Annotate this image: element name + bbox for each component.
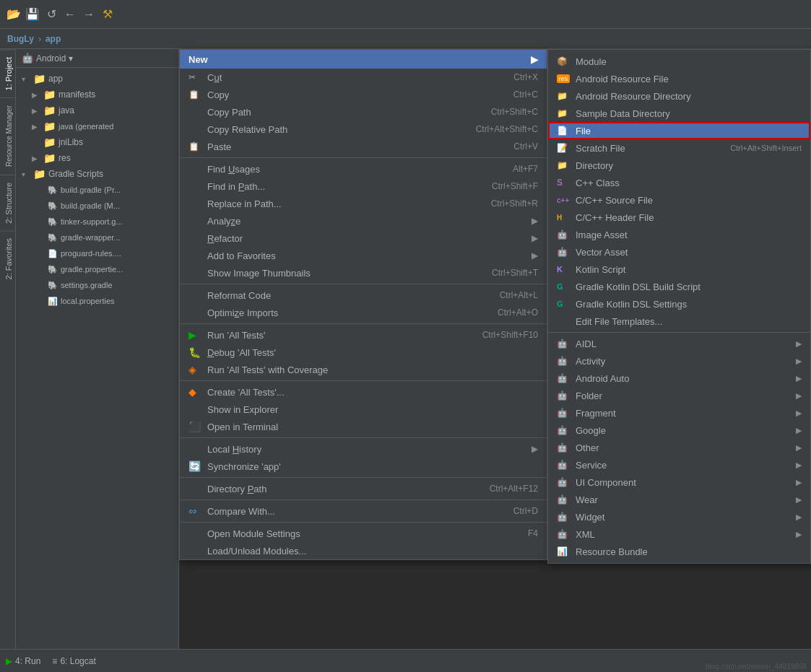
new-submenu-gradle-kotlin-build[interactable]: G Gradle Kotlin DSL Build Script	[548, 278, 810, 295]
new-submenu-directory[interactable]: 📁 Directory	[548, 157, 810, 174]
create-icon: ◆	[188, 386, 201, 398]
new-submenu-vector-asset[interactable]: 🤖 Vector Asset	[548, 243, 810, 261]
tree-item-gradle-scripts[interactable]: ▾ 📁 Gradle Scripts	[16, 166, 178, 182]
android-auto-arrow: ▶	[796, 374, 802, 383]
tree-label: gradle-wrapper...	[61, 233, 121, 242]
context-menu-paste[interactable]: 📋 Paste Ctrl+V	[180, 138, 547, 155]
tree-label: app	[48, 74, 63, 84]
context-menu-new[interactable]: New ▶	[180, 50, 547, 69]
context-menu-reformat[interactable]: Reformat Code Ctrl+Alt+L	[180, 287, 547, 304]
add-favorites-label: Add to Favorites	[207, 250, 276, 261]
tree-item-local-props[interactable]: 📊 local.properties	[16, 293, 178, 309]
context-menu-copy[interactable]: 📋 Copy Ctrl+C	[180, 86, 547, 103]
new-submenu-scratch[interactable]: 📝 Scratch File Ctrl+Alt+Shift+Insert	[548, 139, 810, 157]
new-submenu-cpp-class[interactable]: S C++ Class	[548, 174, 810, 191]
context-menu-refactor[interactable]: Refactor ▶	[180, 230, 547, 247]
copy-path-label: Copy Path	[207, 107, 251, 118]
new-submenu-image-asset[interactable]: 🤖 Image Asset	[548, 226, 810, 243]
context-menu-thumbnails[interactable]: Show Image Thumbnails Ctrl+Shift+T	[180, 264, 547, 282]
tab-resource-manager[interactable]: Resource Manager	[0, 97, 15, 174]
context-menu-find-usages[interactable]: Find Usages Alt+F7	[180, 160, 547, 178]
new-submenu-module[interactable]: 📦 Module	[548, 53, 810, 70]
context-menu-replace-in-path[interactable]: Replace in Path... Ctrl+Shift+R	[180, 195, 547, 212]
new-submenu-android-res-file[interactable]: res Android Resource File	[548, 70, 810, 87]
toolbar-icon-build[interactable]: ⚒	[100, 6, 116, 22]
context-menu-optimize[interactable]: Optimize Imports Ctrl+Alt+O	[180, 304, 547, 321]
toolbar-icon-save[interactable]: 💾	[25, 6, 40, 22]
context-menu-module-settings[interactable]: Open Module Settings F4	[180, 525, 547, 542]
tree-item-res[interactable]: ▶ 📁 res	[16, 150, 178, 166]
context-menu-analyze[interactable]: Analyze ▶	[180, 212, 547, 230]
tree-item-settings-gradle[interactable]: 🐘 settings.gradle	[16, 277, 178, 293]
new-submenu-kotlin-script[interactable]: K Kotlin Script	[548, 261, 810, 278]
new-submenu-resource-bundle[interactable]: 📊 Resource Bundle	[548, 543, 810, 560]
cpp-src-icon: c++	[557, 196, 570, 204]
toolbar-icon-refresh[interactable]: ↺	[43, 6, 59, 22]
context-menu-add-favorites[interactable]: Add to Favorites ▶	[180, 247, 547, 264]
new-submenu-widget[interactable]: 🤖 Widget ▶	[548, 508, 810, 525]
new-submenu-activity[interactable]: 🤖 Activity ▶	[548, 352, 810, 370]
new-submenu-android-auto[interactable]: 🤖 Android Auto ▶	[548, 370, 810, 387]
context-menu-cut[interactable]: ✂ Cut Ctrl+X	[180, 69, 547, 86]
new-submenu-edit-templates[interactable]: Edit File Templates...	[548, 313, 810, 330]
tree-item-build-gradle-m[interactable]: 🐘 build.gradle (M...	[16, 198, 178, 214]
tree-label: local.properties	[61, 297, 115, 305]
tab-project[interactable]: 1: Project	[0, 49, 15, 97]
context-menu-compare[interactable]: ⇔ Compare With... Ctrl+D	[180, 502, 547, 520]
new-submenu-file[interactable]: 📄 File	[548, 122, 810, 139]
new-submenu-wear[interactable]: 🤖 Wear ▶	[548, 491, 810, 508]
context-menu-local-history[interactable]: Local History ▶	[180, 440, 547, 458]
tree-item-java[interactable]: ▶ 📁 java	[16, 102, 178, 118]
context-menu-copy-path[interactable]: Copy Path Ctrl+Shift+C	[180, 103, 547, 121]
tree-item-java-generated[interactable]: ▶ 📁 java (generated	[16, 118, 178, 134]
folder-arrow: ▶	[796, 391, 802, 401]
tree-item-app[interactable]: ▾ 📁 app	[16, 71, 178, 87]
tree-item-gradle-props[interactable]: 🐘 gradle.propertie...	[16, 261, 178, 277]
cpp-hdr-label: C/C++ Header File	[576, 212, 654, 223]
title-separator: ›	[38, 34, 41, 44]
tree-item-proguard[interactable]: 📄 proguard-rules....	[16, 245, 178, 261]
context-menu-create-tests[interactable]: ◆ Create 'All Tests'...	[180, 383, 547, 401]
tab-structure[interactable]: 2: Structure	[0, 175, 15, 231]
context-menu-load-modules[interactable]: Load/Unload Modules...	[180, 542, 547, 559]
new-submenu-folder[interactable]: 🤖 Folder ▶	[548, 387, 810, 404]
android-auto-icon: 🤖	[557, 373, 570, 383]
context-menu-terminal[interactable]: ⬛ Open in Terminal	[180, 418, 547, 435]
aidl-icon: 🤖	[557, 339, 570, 349]
new-submenu-aidl[interactable]: 🤖 AIDL ▶	[548, 335, 810, 352]
xml-arrow: ▶	[796, 530, 802, 539]
tree-item-build-gradle-pr[interactable]: 🐘 build.gradle (Pr...	[16, 182, 178, 198]
bottom-tab-logcat[interactable]: ≡ 6: Logcat	[52, 656, 95, 666]
new-submenu-android-res-dir[interactable]: 📁 Android Resource Directory	[548, 87, 810, 105]
project-dropdown[interactable]: Android ▾	[36, 53, 73, 64]
tree-item-jnilibs[interactable]: 📁 jniLibs	[16, 134, 178, 150]
new-submenu-other[interactable]: 🤖 Other ▶	[548, 439, 810, 456]
context-menu-run-tests[interactable]: ▶ Run 'All Tests' Ctrl+Shift+F10	[180, 326, 547, 344]
context-menu-sync[interactable]: 🔄 Synchronize 'app'	[180, 458, 547, 475]
tree-item-gradle-wrapper[interactable]: 🐘 gradle-wrapper...	[16, 230, 178, 245]
new-submenu-gradle-kotlin-settings[interactable]: G Gradle Kotlin DSL Settings	[548, 295, 810, 313]
toolbar-icon-forward[interactable]: →	[81, 6, 97, 22]
new-submenu-service[interactable]: 🤖 Service ▶	[548, 456, 810, 474]
new-submenu-ui-component[interactable]: 🤖 UI Component ▶	[548, 474, 810, 491]
new-submenu-cpp-src[interactable]: c++ C/C++ Source File	[548, 191, 810, 209]
new-submenu-xml[interactable]: 🤖 XML ▶	[548, 525, 810, 543]
bottom-tab-run[interactable]: ▶ 4: Run	[6, 656, 40, 666]
tree-label: gradle.propertie...	[61, 265, 123, 274]
context-menu-debug-tests[interactable]: 🐛 Debug 'All Tests'	[180, 344, 547, 361]
context-menu-dir-path[interactable]: Directory Path Ctrl+Alt+F12	[180, 480, 547, 497]
context-menu-coverage[interactable]: ◈ Run 'All Tests' with Coverage	[180, 361, 547, 378]
context-menu-find-in-path[interactable]: Find in Path... Ctrl+Shift+F	[180, 178, 547, 195]
separator	[180, 323, 547, 324]
toolbar-icon-open[interactable]: 📂	[6, 6, 22, 22]
context-menu-copy-rel-path[interactable]: Copy Relative Path Ctrl+Alt+Shift+C	[180, 121, 547, 138]
tab-favorites[interactable]: 2: Favorites	[0, 230, 15, 287]
context-menu-show-explorer[interactable]: Show in Explorer	[180, 401, 547, 418]
new-submenu-google[interactable]: 🤖 Google ▶	[548, 422, 810, 439]
new-submenu-fragment[interactable]: 🤖 Fragment ▶	[548, 404, 810, 422]
new-submenu-sample-dir[interactable]: 📁 Sample Data Directory	[548, 105, 810, 122]
tree-item-manifests[interactable]: ▶ 📁 manifests	[16, 87, 178, 102]
new-submenu-cpp-hdr[interactable]: H C/C++ Header File	[548, 209, 810, 226]
toolbar-icon-back[interactable]: ←	[62, 6, 78, 22]
tree-item-tinker[interactable]: 🐘 tinker-support.g...	[16, 214, 178, 230]
